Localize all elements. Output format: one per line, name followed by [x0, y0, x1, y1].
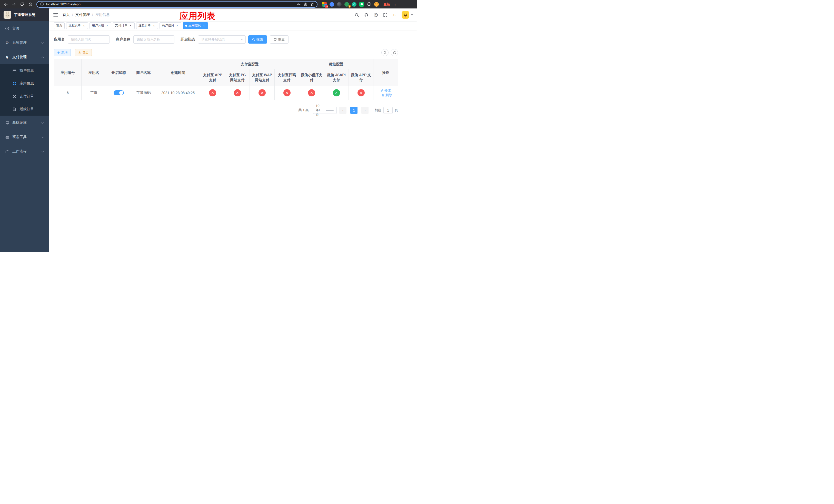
breadcrumb-current: 应用信息 — [95, 13, 110, 17]
app-name-input[interactable] — [68, 36, 110, 44]
status-select[interactable]: 请选择开启状态 — [198, 36, 246, 44]
browser-toolbar: localhost:1024/pay/app 10 1 ✓ — [0, 0, 417, 8]
search-icon[interactable] — [354, 12, 359, 18]
sidebar-item-infrastructure[interactable]: 基础设施 — [0, 116, 49, 130]
enable-switch[interactable] — [114, 90, 124, 95]
credit-card-icon — [12, 69, 16, 73]
briefcase-icon — [5, 150, 9, 154]
close-icon[interactable]: × — [105, 24, 109, 27]
filter-form: 应用名 商户名称 开启状态 请选择开启状态 搜索 — [54, 36, 398, 44]
url-bar[interactable]: localhost:1024/pay/app — [37, 1, 317, 8]
extension-avatar-icon[interactable]: 1 — [345, 2, 349, 7]
extension-check-icon[interactable]: ✓ — [352, 2, 356, 7]
sidebar-logo[interactable]: 芋道管理系统 — [0, 8, 49, 21]
hamburger-icon[interactable] — [53, 12, 59, 18]
reset-button[interactable]: 重置 — [270, 36, 288, 44]
share-icon[interactable] — [303, 2, 308, 7]
page-annotation: 应用列表 — [179, 10, 215, 22]
breadcrumb-home[interactable]: 首页 — [63, 13, 70, 17]
extension-badge: 10 — [325, 5, 328, 8]
forward-icon[interactable] — [11, 1, 17, 7]
chevron-down-icon — [411, 14, 413, 17]
sidebar-item-label: 退款订单 — [20, 107, 34, 112]
edit-link[interactable]: 修改 — [380, 88, 391, 93]
sidebar-item-dev-tools[interactable]: 研发工具 — [0, 130, 49, 144]
sidebar-item-workflow[interactable]: 工作流程 — [0, 144, 49, 159]
help-icon[interactable]: ? — [373, 12, 378, 18]
tag-home[interactable]: 首页 — [54, 22, 65, 29]
breadcrumb-payment[interactable]: 支付管理 — [75, 13, 90, 17]
tag-pay-order[interactable]: 支付订单× — [113, 22, 135, 29]
alipay-wap-status-icon: ✕ — [259, 89, 266, 96]
back-icon[interactable] — [3, 1, 9, 7]
tag-merchant-info[interactable]: 商户信息× — [159, 22, 181, 29]
extension-chat-icon[interactable] — [359, 2, 364, 7]
close-icon[interactable]: × — [82, 24, 86, 27]
bookmark-star-icon[interactable] — [310, 2, 314, 7]
document-icon — [12, 107, 16, 111]
col-wechat-app: 微信 APP 支付 — [349, 69, 373, 86]
sidebar-item-system[interactable]: ⚙ 系统管理 — [0, 36, 49, 50]
payment-submenu: 商户信息 应用信息 支付订单 — [0, 64, 49, 116]
sidebar-item-label: 应用信息 — [20, 81, 34, 86]
toggle-search-icon[interactable] — [381, 49, 389, 56]
table-row: 6 芋道 芋道源码 2021-10-23 08:49:25 ✕ ✕ ✕ ✕ ✕ — [54, 86, 398, 100]
sidebar-item-home[interactable]: 首页 — [0, 21, 49, 36]
profile-emoji-icon[interactable] — [374, 2, 379, 7]
sidebar-item-label: 商户信息 — [20, 68, 34, 73]
user-menu[interactable] — [402, 11, 413, 19]
password-key-icon[interactable] — [297, 2, 301, 7]
chevron-down-icon — [325, 110, 335, 112]
fullscreen-icon[interactable] — [382, 12, 388, 18]
logo-avatar — [4, 11, 11, 19]
browser-update-button[interactable]: 更新 — [383, 2, 390, 7]
close-icon[interactable]: × — [129, 24, 132, 27]
sidebar-item-refund-orders[interactable]: 退款订单 — [0, 103, 49, 116]
sidebar-item-app-info[interactable]: 应用信息 — [0, 77, 49, 90]
app-name-label: 应用名 — [54, 37, 65, 42]
reload-icon[interactable] — [19, 1, 25, 7]
sidebar-item-label: 支付订单 — [20, 94, 34, 99]
delete-link[interactable]: 删除 — [381, 93, 392, 97]
sidebar-item-payment[interactable]: ¥ 支付管理 — [0, 50, 49, 64]
font-size-icon[interactable]: TT — [392, 12, 397, 18]
prev-page-button[interactable]: ‹ — [339, 107, 347, 114]
page-size-select[interactable]: 10条/页 — [313, 107, 337, 114]
sidebar-item-merchant-info[interactable]: 商户信息 — [0, 64, 49, 77]
tags-view: 首页 流程表单× 用户分组× 支付订单× 退款订单× 商户信息× 应用信息× — [49, 21, 417, 30]
extensions-puzzle-icon[interactable] — [367, 2, 371, 7]
goto-page-input[interactable] — [383, 107, 393, 114]
group-alipay-config: 支付宝配置 — [200, 59, 299, 69]
extension-grid-icon[interactable]: 10 — [322, 2, 327, 7]
avatar-badge: 1 — [349, 5, 351, 8]
close-icon[interactable]: × — [175, 24, 179, 27]
chevron-down-icon — [42, 41, 44, 44]
add-button[interactable]: 新增 — [54, 49, 71, 56]
page-content: 应用名 商户名称 开启状态 请选择开启状态 搜索 — [49, 30, 417, 252]
col-app-name: 应用名 — [82, 59, 106, 86]
col-alipay-wap: 支付宝 WAP 网站支付 — [250, 69, 275, 86]
sidebar-item-pay-orders[interactable]: 支付订单 — [0, 90, 49, 103]
screen: localhost:1024/pay/app 10 1 ✓ — [0, 0, 417, 252]
search-button[interactable]: 搜索 — [248, 36, 267, 44]
tag-user-group[interactable]: 用户分组× — [89, 22, 111, 29]
export-button[interactable]: 导出 — [75, 49, 92, 56]
home-icon[interactable] — [27, 1, 33, 7]
tag-app-info[interactable]: 应用信息× — [183, 22, 208, 29]
page-1-button[interactable]: 1 — [350, 107, 357, 114]
browser-menu-icon[interactable]: ⋮ — [393, 2, 397, 7]
refresh-icon[interactable] — [391, 49, 398, 56]
merchant-name-input[interactable] — [133, 36, 174, 44]
yen-icon: ¥ — [5, 55, 9, 59]
tag-process-form[interactable]: 流程表单× — [66, 22, 88, 29]
url-text[interactable]: localhost:1024/pay/app — [46, 2, 294, 6]
close-icon[interactable]: × — [202, 24, 206, 27]
extension-dark-icon[interactable] — [337, 2, 342, 7]
close-icon[interactable]: × — [152, 24, 156, 27]
tag-refund-order[interactable]: 退款订单× — [136, 22, 158, 29]
site-info-icon[interactable] — [40, 2, 44, 7]
github-icon[interactable] — [364, 12, 369, 18]
dashboard-icon — [5, 26, 9, 30]
extension-blue-icon[interactable] — [330, 2, 334, 7]
next-page-button[interactable]: › — [361, 107, 369, 114]
